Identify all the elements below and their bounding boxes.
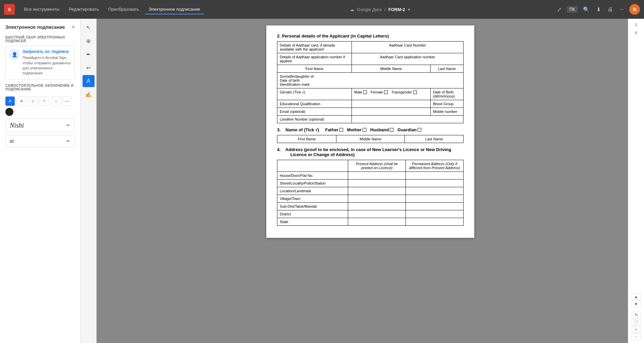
left-sidebar: Электронное подписание × Быстрый сбор эл… — [0, 19, 80, 343]
check-tool-button[interactable]: ✓ — [28, 96, 38, 106]
page-thumb-6[interactable]: 6 — [634, 29, 638, 36]
text-tool[interactable]: A — [83, 75, 95, 87]
name3-middlename: Middle Name — [336, 135, 405, 143]
refresh-button[interactable]: ↻ — [632, 312, 641, 318]
email-label: Email (optional) — [277, 108, 352, 116]
nav-all-tools[interactable]: Все инструменты — [20, 5, 63, 14]
addr-subdist-permanent — [406, 203, 463, 210]
landline-value — [352, 116, 464, 123]
addr-state-label: State — [277, 218, 348, 226]
addr-col-permanent: Permanent Address (Only if different fro… — [406, 160, 463, 172]
pen-tool[interactable]: ✒ — [83, 48, 95, 60]
section2-heading: 2. Personal details of the Applicant (in… — [277, 33, 464, 39]
table-row: First Name Middle Name Last Name — [277, 135, 464, 143]
guardian-checkbox[interactable] — [418, 128, 421, 132]
eraser-tool[interactable]: ↩ — [83, 62, 95, 74]
dot-tool-button[interactable]: • — [40, 96, 49, 106]
right-sidebar: 2 6 ▲ ▼ ↻ 📄 + − — [628, 19, 644, 343]
name3-table: First Name Middle Name Last Name — [277, 135, 464, 143]
tool-sidebar: ↖ ⊕ ✒ ↩ A ✍ — [80, 19, 97, 343]
external-link-icon[interactable]: ⤢ — [556, 5, 563, 14]
addr-houseno-permanent — [406, 172, 463, 180]
zoom-out-button[interactable]: − — [632, 334, 641, 340]
addr-col-empty — [277, 160, 348, 172]
addr-state-permanent — [406, 218, 463, 226]
addr-location-permanent — [406, 187, 463, 195]
edu-qual-value — [352, 100, 431, 108]
guardian-row: Guardian — [397, 127, 421, 132]
mother-checkbox[interactable] — [363, 128, 366, 132]
more-icon[interactable]: ··· — [618, 5, 625, 14]
father-checkbox[interactable] — [339, 128, 343, 132]
address-table: Present Address (shall be printed on Lic… — [277, 160, 464, 226]
table-row: Details of Aadhaar application number if… — [277, 53, 464, 65]
table-row: Email (optional) Mobile number — [277, 108, 464, 116]
topbar-right: ⤢ ПК 🔍 ⬇ 🖨 ··· N — [556, 4, 640, 15]
highlight-tool[interactable]: ✍ — [83, 88, 95, 100]
table-row: State — [277, 218, 464, 226]
addr-village-present — [348, 195, 406, 203]
husband-row: Husband — [370, 127, 394, 132]
aadhaar-card-value: Aadhaar Card Number — [352, 42, 464, 53]
table-row: Sub-Dist/Taluk/Mandal — [277, 203, 464, 210]
addr-location-label: Location/Landmark — [277, 187, 348, 195]
document-info-button[interactable]: 📄 — [632, 319, 641, 326]
sidebar-close-button[interactable]: × — [72, 24, 75, 30]
zoom-tool[interactable]: ⊕ — [83, 35, 95, 47]
addr-village-label: Village/Town — [277, 195, 348, 203]
request-icon: 👤 — [9, 49, 20, 60]
search-icon[interactable]: 🔍 — [582, 5, 591, 14]
addr-street-label: Street/Locality/PoliceStation — [277, 180, 348, 187]
dropdown-icon[interactable]: ▾ — [408, 7, 410, 12]
box-tool-button[interactable]: □ — [51, 96, 60, 106]
fast-section-label: Быстрый сбор электронных подписей — [5, 36, 75, 43]
cross-tool-button[interactable]: ✕ — [17, 96, 26, 106]
aadhaar-appno-label: Details of Aadhaar application number if… — [277, 53, 352, 65]
scroll-up-button[interactable]: ▲ — [632, 293, 641, 300]
table-row: Details of Aadhaar card, if already avai… — [277, 42, 464, 53]
page-thumb-2[interactable]: 2 — [634, 21, 638, 28]
cloud-label: Google Диск — [357, 7, 382, 12]
topbar-center: ☁ Google Диск / FORM-2 ▾ — [207, 7, 553, 12]
separator: / — [384, 7, 386, 12]
signature-card-1[interactable]: Nishi ✏ — [5, 119, 75, 132]
male-checkbox[interactable] — [363, 90, 367, 94]
nav-convert[interactable]: Преобразовать — [104, 5, 143, 14]
table-row: Educational Qualification Blood Group — [277, 100, 464, 108]
nav-sign[interactable]: Электронное подписание — [145, 5, 204, 14]
pk-button[interactable]: ПК — [567, 6, 578, 13]
table-row: Village/Town — [277, 195, 464, 203]
sidebar-header: Электронное подписание × — [5, 24, 75, 30]
download-icon[interactable]: ⬇ — [595, 5, 602, 14]
landline-label: Landline Number (optional) — [277, 116, 352, 123]
email-value — [352, 108, 431, 116]
filename: FORM-2 — [388, 7, 405, 12]
nav-edit[interactable]: Редактировать — [65, 5, 103, 14]
husband-checkbox[interactable] — [390, 128, 393, 132]
text-tool-button[interactable]: A — [5, 96, 15, 106]
line-tool-button[interactable]: — — [62, 96, 72, 106]
female-checkbox-row: Female — [371, 90, 388, 94]
female-checkbox[interactable] — [384, 90, 388, 94]
table-row: Street/Locality/PoliceStation — [277, 180, 464, 187]
signature-1-edit-icon[interactable]: ✏ — [66, 123, 70, 128]
main-content: 2. Personal details of the Applicant (in… — [97, 19, 644, 343]
scroll-down-button[interactable]: ▼ — [632, 301, 641, 307]
transgender-checkbox[interactable] — [413, 90, 417, 94]
signature-card-2[interactable]: at ✏ — [5, 135, 75, 147]
cursor-tool[interactable]: ↖ — [83, 21, 95, 33]
color-picker[interactable] — [5, 108, 13, 116]
request-title[interactable]: Запросить эл. подписи — [22, 49, 71, 54]
table-row: First Name Middle Name Last Name — [277, 65, 464, 73]
table-row: Landline Number (optional) — [277, 116, 464, 123]
lastname-col: Last Name — [430, 65, 463, 73]
firstname-col: First Name — [277, 65, 352, 73]
addr-village-permanent — [406, 195, 463, 203]
zoom-in-button[interactable]: + — [632, 326, 641, 333]
middlename-col: Middle Name — [352, 65, 431, 73]
print-icon[interactable]: 🖨 — [606, 5, 614, 14]
request-signatures-card[interactable]: 👤 Запросить эл. подписи Перейдите в Acro… — [5, 46, 75, 80]
self-section-label: Самостоятельное заполнение и подписание — [5, 84, 75, 91]
avatar[interactable]: N — [629, 4, 640, 15]
signature-2-edit-icon[interactable]: ✏ — [66, 138, 70, 144]
